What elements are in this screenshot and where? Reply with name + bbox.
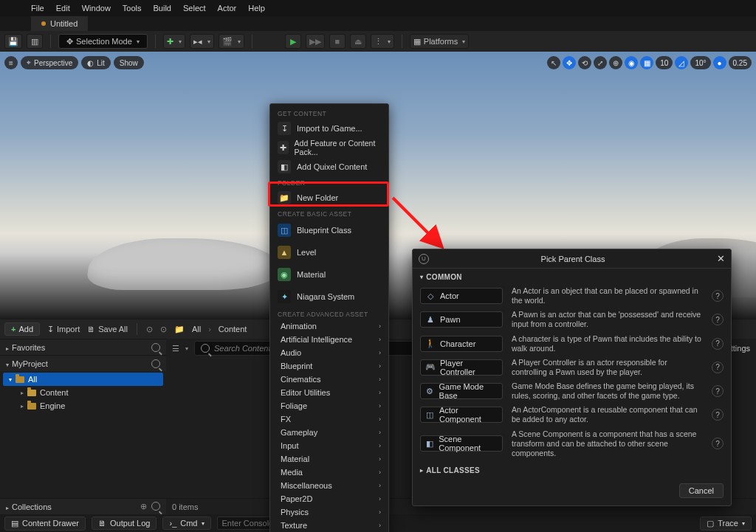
viewport-show[interactable]: Show (114, 56, 144, 69)
collections-section[interactable]: ▸Collections ⊕ (0, 498, 166, 514)
cm-niagara[interactable]: ✦Niagara System (270, 286, 388, 308)
save-all-button[interactable]: 🗎Save All (87, 325, 128, 334)
viewport-menu-icon[interactable]: ≡ (4, 56, 18, 69)
class-button-actor-component[interactable]: ◫Actor Component (420, 407, 503, 423)
help-icon[interactable]: ? (712, 362, 724, 373)
tree-engine[interactable]: ▸Engine (0, 399, 166, 412)
vp-grid-snap-icon[interactable]: ▦ (640, 56, 653, 69)
viewport-lit[interactable]: ◐Lit (81, 56, 111, 69)
menu-build[interactable]: Build (154, 4, 171, 13)
editor-mode-dropdown[interactable]: ✥ Selection Mode ▾ (58, 34, 148, 49)
browse-button[interactable]: ▥ (27, 34, 43, 49)
play-options-dropdown[interactable]: ⋮ (371, 34, 394, 49)
menu-tools[interactable]: Tools (123, 4, 142, 13)
add-content-dropdown[interactable]: ✚ (163, 34, 185, 49)
vp-tool-rotate-icon[interactable]: ⟲ (578, 56, 591, 69)
eject-button[interactable]: ⏏ (350, 34, 366, 49)
project-section[interactable]: ▾MyProject (0, 355, 166, 371)
vp-angle-value[interactable]: 10° (690, 56, 710, 69)
search-icon[interactable] (151, 343, 160, 352)
history-fwd-icon[interactable]: ⊙ (160, 325, 167, 334)
cinematics-dropdown[interactable]: 🎬 (219, 34, 244, 49)
tree-content[interactable]: ▸Content (0, 386, 166, 399)
cm-adv-audio[interactable]: Audio› (270, 346, 388, 359)
add-collection-icon[interactable]: ⊕ (140, 502, 147, 511)
close-icon[interactable]: ✕ (717, 253, 725, 264)
class-button-pawn[interactable]: ♟Pawn (420, 311, 503, 328)
cm-adv-editor-utilities[interactable]: Editor Utilities› (270, 386, 388, 399)
skip-button[interactable]: ▶▶ (306, 34, 325, 49)
cancel-button[interactable]: Cancel (679, 483, 724, 498)
vp-scale-snap-icon[interactable]: ● (713, 56, 726, 69)
cm-import-to[interactable]: ↧Import to /Game... (270, 119, 388, 138)
class-button-character[interactable]: 🚶Character (420, 336, 503, 352)
play-button[interactable]: ▶ (285, 34, 301, 49)
cm-adv-material[interactable]: Material› (270, 452, 388, 466)
save-button[interactable]: 💾 (4, 34, 22, 49)
breadcrumb-current[interactable]: Content (219, 325, 247, 334)
favorites-section[interactable]: ▸Favorites (0, 339, 166, 355)
vp-tool-translate-icon[interactable]: ✥ (563, 56, 576, 69)
cm-adv-physics[interactable]: Physics› (270, 505, 388, 519)
help-icon[interactable]: ? (712, 409, 724, 421)
cm-adv-foliage[interactable]: Foliage› (270, 399, 388, 412)
cm-adv-animation[interactable]: Animation› (270, 319, 388, 333)
output-log-button[interactable]: 🗎Output Log (92, 517, 157, 530)
content-drawer-button[interactable]: ▤Content Drawer (4, 517, 86, 531)
all-classes-section[interactable]: ▸ALL CLASSES (413, 460, 731, 477)
import-button[interactable]: ↧Import (47, 325, 80, 334)
cm-adv-media[interactable]: Media› (270, 466, 388, 479)
cm-adv-cinematics[interactable]: Cinematics› (270, 373, 388, 386)
add-button[interactable]: +Add (4, 322, 40, 336)
cm-adv-miscellaneous[interactable]: Miscellaneous› (270, 479, 388, 492)
cm-blueprint-class[interactable]: ◫ Blueprint Class (270, 219, 388, 241)
search-icon[interactable] (151, 502, 160, 511)
vp-scale-value[interactable]: 0.25 (729, 56, 752, 69)
vp-grid-value[interactable]: 10 (656, 56, 673, 69)
vp-tool-select-icon[interactable]: ↖ (547, 56, 560, 69)
tab-untitled[interactable]: Untitled (31, 16, 88, 31)
tree-all[interactable]: ▾All (3, 373, 163, 386)
platforms-dropdown[interactable]: ▦ Platforms ▾ (410, 34, 469, 49)
class-button-scene-component[interactable]: ◧Scene Component (420, 435, 503, 452)
blueprints-dropdown[interactable]: ▸◂ (190, 34, 214, 49)
cm-adv-paper2d[interactable]: Paper2D› (270, 492, 388, 505)
vp-tool-scale-icon[interactable]: ⤢ (594, 56, 607, 69)
class-button-actor[interactable]: ◇Actor (420, 288, 503, 304)
class-button-player-controller[interactable]: 🎮Player Controller (420, 359, 503, 376)
help-icon[interactable]: ? (712, 290, 724, 302)
vp-coord-icon[interactable]: ⊕ (609, 56, 622, 69)
cm-add-quixel[interactable]: ◧Add Quixel Content (270, 157, 388, 176)
help-icon[interactable]: ? (712, 438, 724, 449)
history-back-icon[interactable]: ⊙ (146, 325, 153, 334)
menu-edit[interactable]: Edit (56, 4, 70, 13)
breadcrumb-root[interactable]: All (192, 325, 201, 334)
cm-adv-fx[interactable]: FX› (270, 412, 388, 426)
trace-button[interactable]: ▢Trace▾ (700, 517, 752, 531)
menu-window[interactable]: Window (82, 4, 111, 13)
cm-adv-artificial-intelligence[interactable]: Artificial Intelligence› (270, 333, 388, 346)
menu-select[interactable]: Select (183, 4, 206, 13)
help-icon[interactable]: ? (712, 385, 724, 397)
cm-add-feature[interactable]: ✚Add Feature or Content Pack... (270, 138, 388, 157)
vp-angle-snap-icon[interactable]: ◿ (675, 56, 688, 69)
common-section[interactable]: ▾COMMON (413, 269, 731, 284)
search-icon[interactable] (151, 359, 160, 368)
help-icon[interactable]: ? (712, 338, 724, 350)
vp-surface-snap-icon[interactable]: ◉ (625, 56, 638, 69)
viewport-perspective[interactable]: ⌖Perspective (21, 56, 78, 69)
cm-adv-gameplay[interactable]: Gameplay› (270, 426, 388, 439)
menu-help[interactable]: Help (248, 4, 265, 13)
cm-level[interactable]: ▲Level (270, 241, 388, 263)
menu-file[interactable]: File (31, 4, 44, 13)
cmd-button[interactable]: ›_Cmd▾ (162, 517, 210, 530)
cm-adv-input[interactable]: Input› (270, 439, 388, 452)
cm-adv-texture[interactable]: Texture› (270, 519, 388, 532)
cm-material[interactable]: ◉Material (270, 263, 388, 286)
cm-new-folder[interactable]: 📁New Folder (270, 188, 388, 207)
cm-adv-blueprint[interactable]: Blueprint› (270, 359, 388, 373)
stop-button[interactable]: ■ (329, 34, 346, 49)
help-icon[interactable]: ? (712, 314, 724, 325)
menu-actor[interactable]: Actor (218, 4, 237, 13)
class-button-game-mode-base[interactable]: ⚙Game Mode Base (420, 383, 503, 399)
